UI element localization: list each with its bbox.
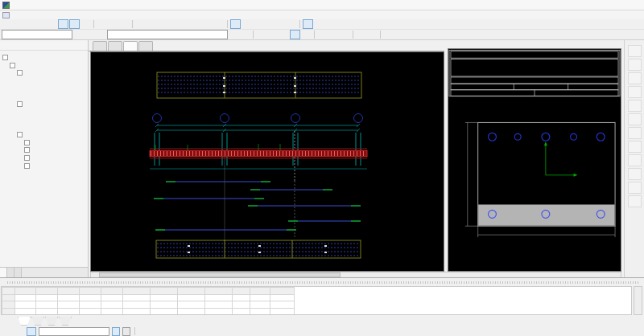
- zoom-out-icon[interactable]: [192, 19, 202, 29]
- drag-handle[interactable]: [7, 281, 639, 284]
- beam-tool-icon[interactable]: [628, 86, 642, 98]
- results-table[interactable]: [2, 287, 295, 315]
- menu-risultati[interactable]: [93, 10, 101, 19]
- result-tab-taglio[interactable]: [31, 317, 44, 326]
- cell[interactable]: [233, 308, 250, 315]
- segment-tool-icon[interactable]: [628, 72, 642, 84]
- norm-combo[interactable]: [2, 30, 72, 39]
- document-icon[interactable]: [2, 12, 10, 18]
- tree-item-trave-13[interactable]: [0, 116, 88, 124]
- cell[interactable]: [250, 294, 270, 301]
- col-header-msle[interactable]: [178, 288, 205, 295]
- col-header-z2[interactable]: [58, 288, 80, 295]
- table-row[interactable]: [2, 294, 295, 301]
- cell[interactable]: [151, 308, 178, 315]
- cell[interactable]: [151, 301, 178, 309]
- collapse-icon[interactable]: [17, 132, 23, 137]
- menu-crea[interactable]: [48, 10, 57, 19]
- cell[interactable]: [270, 308, 295, 315]
- cell[interactable]: [15, 294, 36, 301]
- expand-icon[interactable]: [24, 163, 30, 169]
- cell[interactable]: [36, 294, 58, 301]
- menu-attributi[interactable]: [57, 10, 66, 19]
- cell[interactable]: [58, 294, 80, 301]
- print-preview-icon[interactable]: [47, 19, 57, 29]
- col-header-mdr[interactable]: [151, 288, 178, 295]
- tree-item-pilastrata-4[interactable]: [0, 162, 88, 170]
- collapse-icon[interactable]: [2, 55, 8, 60]
- menu-finestra[interactable]: [101, 10, 110, 19]
- world-icon[interactable]: [242, 19, 252, 29]
- save-icon[interactable]: [13, 19, 23, 29]
- help-icon[interactable]: [325, 19, 336, 29]
- menu-modello[interactable]: [39, 10, 48, 19]
- table-view-icon[interactable]: [135, 19, 146, 29]
- result-tab-slu[interactable]: [18, 317, 31, 326]
- doc-tab-pilastrata-2[interactable]: [138, 41, 153, 51]
- tree-item-pilastrate[interactable]: [0, 131, 88, 139]
- text-tool-icon[interactable]: [301, 30, 312, 39]
- cell[interactable]: [80, 301, 101, 309]
- combination-combo[interactable]: [107, 30, 228, 39]
- column-lines[interactable]: [155, 133, 361, 166]
- edit-icon[interactable]: [287, 19, 297, 29]
- context-help-icon[interactable]: [80, 19, 91, 29]
- align-right-icon[interactable]: [279, 30, 289, 39]
- tree-item-travata-2[interactable]: [0, 100, 88, 109]
- menu-strumenti[interactable]: [66, 10, 75, 19]
- table-row[interactable]: [2, 308, 295, 315]
- cell[interactable]: [178, 301, 205, 309]
- col-header-mu[interactable]: [205, 288, 233, 295]
- cell[interactable]: [270, 301, 295, 309]
- cell[interactable]: [15, 301, 36, 309]
- row-header[interactable]: [2, 301, 15, 309]
- point-tool-icon[interactable]: [628, 45, 642, 57]
- pen-icon[interactable]: [119, 19, 130, 29]
- tree-item-trave-6[interactable]: [0, 84, 88, 92]
- remove-icon[interactable]: [169, 19, 180, 29]
- tab-modello[interactable]: [0, 268, 7, 277]
- flag-icon[interactable]: [73, 30, 84, 39]
- cross-section[interactable]: [478, 122, 615, 226]
- doc-tab-travata-1[interactable]: [123, 41, 138, 51]
- expand-icon[interactable]: [24, 147, 30, 153]
- marker-icon[interactable]: [328, 30, 339, 39]
- folder-icon[interactable]: [367, 30, 378, 39]
- cell[interactable]: [205, 294, 233, 301]
- cell[interactable]: [15, 308, 36, 315]
- select-icon[interactable]: [230, 19, 241, 29]
- table-row[interactable]: [2, 301, 295, 309]
- open-icon[interactable]: [2, 19, 12, 29]
- cell[interactable]: [270, 294, 295, 301]
- refresh-icon[interactable]: [383, 30, 394, 39]
- tree-item-calcestruzzo[interactable]: [0, 62, 88, 70]
- expand-icon[interactable]: [24, 155, 30, 161]
- cell[interactable]: [233, 301, 250, 309]
- calc-bolt-icon[interactable]: [147, 19, 157, 29]
- check-table-icon[interactable]: [229, 30, 239, 39]
- row-header[interactable]: [2, 308, 15, 315]
- tree-item-pilastrata-2[interactable]: [0, 146, 88, 154]
- doc-tab-travata-2[interactable]: [108, 41, 122, 51]
- grid-icon[interactable]: [264, 19, 275, 29]
- col-header-ainf[interactable]: [101, 288, 123, 295]
- cell[interactable]: [36, 301, 58, 309]
- eraser-tool-icon[interactable]: [628, 100, 642, 112]
- col-header-campo[interactable]: [250, 288, 270, 295]
- col-header[interactable]: [2, 288, 15, 295]
- clip-icon[interactable]: [340, 30, 350, 39]
- pencil-icon[interactable]: [317, 30, 328, 39]
- result-tab-sle[interactable]: [45, 317, 58, 326]
- menu-proprieta[interactable]: [75, 10, 84, 19]
- tree-item-pilastrata-3[interactable]: [0, 154, 88, 162]
- bulb-on-icon[interactable]: [303, 19, 313, 29]
- doc-tab-modello[interactable]: [93, 41, 107, 51]
- cell[interactable]: [80, 308, 101, 315]
- tree-item-trave-7[interactable]: [0, 92, 88, 100]
- copy-icon[interactable]: [24, 19, 35, 29]
- col-header-asup[interactable]: [80, 288, 101, 295]
- cell[interactable]: [178, 308, 205, 315]
- offset-tool-icon[interactable]: [628, 168, 642, 180]
- align-left-icon[interactable]: [267, 30, 278, 39]
- main-drawing[interactable]: [91, 52, 444, 271]
